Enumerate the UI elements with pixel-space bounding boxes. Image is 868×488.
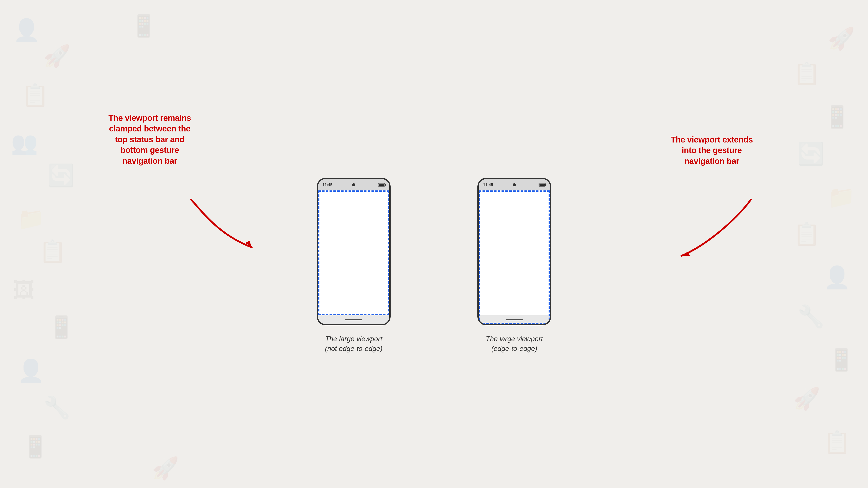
left-annotation-text: The viewport remains clamped between the…	[108, 113, 191, 165]
right-status-bar: 11:45	[479, 179, 550, 190]
left-phone-caption: The large viewport (not edge-to-edge)	[325, 334, 382, 354]
left-bottom-bar	[318, 315, 389, 324]
left-arrow	[182, 195, 260, 256]
right-bottom-bar	[479, 315, 550, 324]
right-phone: 11:45	[477, 178, 551, 325]
right-phone-wrapper: 11:45 The large viewport (edge-to-edge)	[477, 178, 551, 354]
left-battery-fill	[379, 184, 384, 186]
right-camera-dot	[513, 183, 516, 186]
left-phone-wrapper: 11:45 The large viewport (not edge-to-ed…	[317, 178, 391, 354]
left-status-bar: 11:45	[318, 179, 389, 190]
right-caption-line1: The large viewport	[486, 335, 543, 343]
right-annotation: The viewport extends into the gesture na…	[671, 134, 753, 167]
left-phone-body	[318, 190, 389, 315]
right-home-indicator	[506, 319, 523, 320]
right-phone-caption: The large viewport (edge-to-edge)	[486, 334, 543, 354]
right-battery-fill	[539, 184, 545, 186]
left-caption-line1: The large viewport	[325, 335, 382, 343]
bg-icon-13: 📱	[130, 13, 157, 39]
main-content: 11:45 The large viewport (not edge-to-ed…	[0, 43, 868, 488]
right-status-time: 11:45	[483, 183, 493, 187]
left-annotation: The viewport remains clamped between the…	[104, 113, 195, 166]
right-caption-line2: (edge-to-edge)	[491, 345, 537, 352]
left-status-time: 11:45	[322, 183, 333, 187]
right-annotation-text: The viewport extends into the gesture na…	[671, 135, 753, 166]
right-phone-body	[479, 190, 550, 315]
right-arrow	[669, 195, 760, 265]
left-camera-dot	[352, 183, 355, 186]
right-battery-icon	[538, 183, 546, 187]
left-caption-line2: (not edge-to-edge)	[325, 345, 382, 352]
left-battery-icon	[378, 183, 385, 187]
bg-icon-1: 👤	[13, 18, 40, 43]
left-home-indicator	[345, 319, 362, 320]
left-phone: 11:45	[317, 178, 391, 325]
